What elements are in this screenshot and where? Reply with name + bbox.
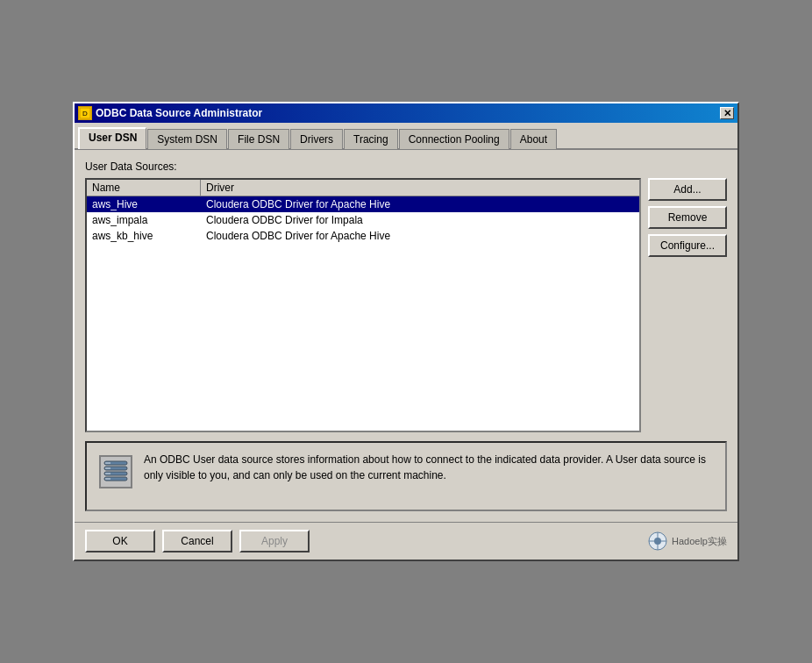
list-body: aws_Hive Cloudera ODBC Driver for Apache… [87,196,639,426]
database-icon [99,455,132,488]
row-driver: Cloudera ODBC Driver for Apache Hive [201,228,639,244]
tab-about[interactable]: About [510,129,557,149]
section-label: User Data Sources: [85,160,727,173]
cancel-button[interactable]: Cancel [162,530,232,552]
tab-system-dsn[interactable]: System DSN [147,129,227,149]
title-bar-left: D ODBC Data Source Administrator [78,106,262,120]
add-button[interactable]: Add... [648,178,727,201]
tab-tracing[interactable]: Tracing [344,129,398,149]
info-description: An ODBC User data source stores informat… [144,452,716,483]
svg-text:D: D [82,110,88,118]
main-window: D ODBC Data Source Administrator ✕ User … [73,102,739,561]
remove-button[interactable]: Remove [648,206,727,229]
list-header: Name Driver [87,180,639,196]
close-button[interactable]: ✕ [720,107,734,119]
apply-button[interactable]: Apply [239,530,310,552]
row-name: aws_Hive [87,196,201,212]
bottom-bar: OK Cancel Apply Hadoelp实操 [75,522,737,560]
header-name: Name [87,180,201,196]
tab-connection-pooling[interactable]: Connection Pooling [399,129,509,149]
tab-user-dsn[interactable]: User DSN [78,127,146,149]
watermark-text: Hadoelp实操 [672,535,727,548]
list-item[interactable]: aws_Hive Cloudera ODBC Driver for Apache… [87,196,639,212]
watermark-area: Hadoelp实操 [647,531,727,552]
row-driver: Cloudera ODBC Driver for Impala [201,212,639,228]
configure-button[interactable]: Configure... [648,234,727,257]
tab-drivers[interactable]: Drivers [290,129,343,149]
row-name: aws_impala [87,212,201,228]
info-box: An ODBC User data source stores informat… [85,441,727,511]
info-icon [96,452,135,491]
app-icon: D [78,106,92,120]
row-name: aws_kb_hive [87,228,201,244]
window-title: ODBC Data Source Administrator [96,107,262,119]
content-area: User Data Sources: Name Driver aws_Hive … [75,148,737,522]
title-bar: D ODBC Data Source Administrator ✕ [75,103,737,123]
row-driver: Cloudera ODBC Driver for Apache Hive [201,196,639,212]
action-buttons: Add... Remove Configure... [648,178,727,432]
header-driver: Driver [201,180,639,196]
list-item[interactable]: aws_kb_hive Cloudera ODBC Driver for Apa… [87,228,639,244]
tab-file-dsn[interactable]: File DSN [228,129,289,149]
main-panel: Name Driver aws_Hive Cloudera ODBC Drive… [85,178,727,432]
ok-button[interactable]: OK [85,530,155,552]
data-source-list: Name Driver aws_Hive Cloudera ODBC Drive… [85,178,641,432]
network-icon [647,531,668,552]
list-item[interactable]: aws_impala Cloudera ODBC Driver for Impa… [87,212,639,228]
tab-bar: User DSN System DSN File DSN Drivers Tra… [75,123,737,148]
